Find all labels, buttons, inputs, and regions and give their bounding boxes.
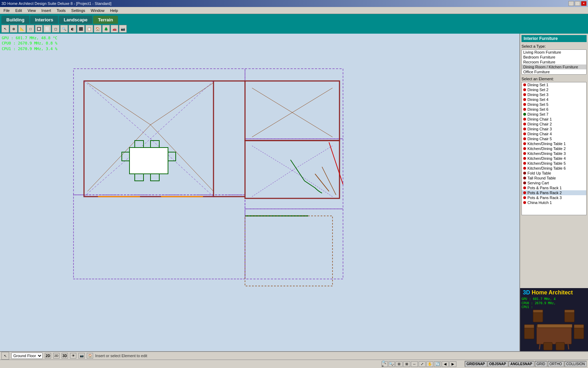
tool-7[interactable]: ◻ (52, 25, 59, 33)
snap-ortho[interactable]: ORTHO (548, 361, 564, 367)
tool-6[interactable]: ⬜ (43, 25, 51, 33)
svg-line-6 (150, 83, 214, 125)
element-list[interactable]: Dining Set 1Dining Set 2Dining Set 3Dini… (522, 82, 587, 215)
element-item[interactable]: Dining Set 5 (522, 102, 586, 107)
element-item[interactable]: Dining Chair 4 (522, 131, 586, 136)
element-item[interactable]: Kitchen/Dining Table 5 (522, 161, 586, 166)
zoom-tool-4[interactable]: ⤢ (419, 361, 426, 367)
snap-objsnap[interactable]: OBJSNAP (488, 361, 508, 367)
element-label-text: Dining Set 4 (527, 97, 548, 102)
tool-15[interactable]: 📷 (119, 25, 127, 33)
element-item[interactable]: Dining Set 3 (522, 92, 586, 97)
title-bar-buttons[interactable]: _ □ ✕ (568, 1, 587, 6)
menu-file[interactable]: File (1, 8, 13, 13)
view-3d-btn[interactable]: 3D (62, 353, 68, 359)
element-item[interactable]: Dining Chair 5 (522, 136, 586, 141)
element-item[interactable]: China Hutch 1 (522, 200, 586, 205)
zoom-tool-5[interactable]: ✋ (426, 361, 433, 367)
element-item[interactable]: Fold Up Table (522, 171, 586, 176)
menu-view[interactable]: View (25, 8, 39, 13)
svg-rect-4 (74, 195, 245, 279)
right-panel: Interior Furniture Select a Type: Living… (519, 34, 588, 351)
view-2d-btn[interactable]: 2D (45, 353, 51, 359)
element-dot (523, 167, 526, 170)
snap-grid[interactable]: GRID (535, 361, 547, 367)
view-cam-btn[interactable]: 📷 (78, 353, 85, 359)
tool-11[interactable]: 📋 (85, 25, 93, 33)
element-label-text: Dining Set 6 (527, 107, 548, 111)
element-item[interactable]: Serving Cart (522, 180, 586, 185)
zoom-tool-7[interactable]: ◀ (442, 361, 449, 367)
view-floor-btn[interactable]: 🏠 (87, 353, 93, 359)
interior-furniture-panel: Interior Furniture Select a Type: Living… (520, 34, 588, 288)
cursor-tool-small[interactable]: ↖ (1, 352, 9, 360)
close-button[interactable]: ✕ (581, 1, 587, 6)
svg-rect-32 (150, 174, 159, 181)
svg-rect-3 (245, 209, 343, 279)
zoom-out-btn[interactable]: 🔍- (388, 361, 395, 367)
zoom-tool-1[interactable]: ⊞ (396, 361, 402, 367)
view-2d-alt-btn[interactable]: 2D (53, 353, 59, 359)
element-item[interactable]: Tall Round Table (522, 176, 586, 180)
element-item[interactable]: Kitchen/Dining Table 1 (522, 141, 586, 146)
zoom-tool-3[interactable]: ↔ (411, 361, 418, 367)
floor-plan[interactable] (63, 62, 399, 293)
tool-3[interactable]: 📐 (18, 25, 26, 33)
preview-sys: GPU : 601.7 MHz, 4 CPU0 : 2670.9 MHz, CP… (522, 297, 556, 309)
snap-anglesnap[interactable]: ANGLESNAP (509, 361, 534, 367)
element-item[interactable]: Pots & Pans Rack 3 (522, 195, 586, 200)
zoom-tool-6[interactable]: 🔄 (434, 361, 441, 367)
menu-insert[interactable]: Insert (38, 8, 54, 13)
menu-edit[interactable]: Edit (13, 8, 25, 13)
element-item[interactable]: Dining Set 6 (522, 107, 586, 112)
tool-10[interactable]: ⬛ (77, 25, 85, 33)
view-eye-btn[interactable]: 👁 (70, 353, 76, 359)
tab-terrain[interactable]: Terrain (93, 16, 118, 24)
tool-4[interactable]: □ (27, 25, 34, 33)
zoom-tool-2[interactable]: ⊠ (403, 361, 410, 367)
snap-collision[interactable]: COLLISION (565, 361, 587, 367)
zoom-in-btn[interactable]: 🔍+ (382, 361, 388, 367)
tab-interiors[interactable]: Interiors (30, 16, 58, 24)
menu-settings[interactable]: Settings (69, 8, 88, 13)
element-item[interactable]: Kitchen/Dining Table 6 (522, 166, 586, 171)
maximize-button[interactable]: □ (575, 1, 580, 6)
minimize-button[interactable]: _ (568, 1, 574, 6)
menu-window[interactable]: Window (88, 8, 107, 13)
tool-12[interactable]: 🏠 (94, 25, 102, 33)
tab-landscape[interactable]: Landscape (59, 16, 92, 24)
menu-tools[interactable]: Tools (54, 8, 69, 13)
element-item[interactable]: Dining Set 1 (522, 82, 586, 87)
toolbar: ↖ ⊕ 📐 □ 🔲 ⬜ ◻ 🔍 ◐ ⬛ 📋 🏠 🌲 🚗 📷 (0, 24, 588, 34)
zoom-tool-8[interactable]: ▶ (449, 361, 456, 367)
tab-building[interactable]: Building (1, 16, 29, 24)
tool-13[interactable]: 🌲 (102, 25, 110, 33)
floor-select[interactable]: Ground Floor Second Floor (11, 353, 43, 359)
snap-gridsnap[interactable]: GRIDSNAP (465, 361, 487, 367)
svg-rect-34 (168, 152, 176, 161)
type-select[interactable]: Living Room Furniture Bedroom Furniture … (522, 49, 587, 75)
element-item[interactable]: Dining Chair 1 (522, 117, 586, 122)
element-item[interactable]: Pots & Pans Rack 2 (522, 190, 586, 195)
tool-14[interactable]: 🚗 (111, 25, 118, 33)
canvas-area[interactable]: GPU : 601.7 MHz, 48.8 °C CPU0 : 2670.9 M… (0, 34, 519, 351)
element-label-text: Dining Chair 2 (527, 122, 552, 126)
element-item[interactable]: Dining Set 2 (522, 87, 586, 92)
svg-rect-40 (537, 324, 572, 328)
select-tool[interactable]: ↖ (1, 25, 9, 33)
element-item[interactable]: Dining Chair 2 (522, 122, 586, 127)
tool-5[interactable]: 🔲 (35, 25, 43, 33)
tool-8[interactable]: 🔍 (60, 25, 68, 33)
element-item[interactable]: Kitchen/Dining Table 4 (522, 156, 586, 161)
menu-help[interactable]: Help (107, 8, 121, 13)
element-item[interactable]: Dining Chair 3 (522, 127, 586, 131)
svg-line-18 (252, 146, 292, 170)
element-item[interactable]: Dining Set 4 (522, 97, 586, 102)
element-item[interactable]: Dining Set 7 (522, 112, 586, 117)
element-item[interactable]: Kitchen/Dining Table 3 (522, 151, 586, 156)
element-item[interactable]: Pots & Pans Rack 1 (522, 185, 586, 190)
tool-2[interactable]: ⊕ (10, 25, 18, 33)
tool-9[interactable]: ◐ (69, 25, 76, 33)
element-item[interactable]: Kitchen/Dining Table 2 (522, 146, 586, 151)
element-label-text: Pots & Pans Rack 2 (527, 191, 562, 195)
